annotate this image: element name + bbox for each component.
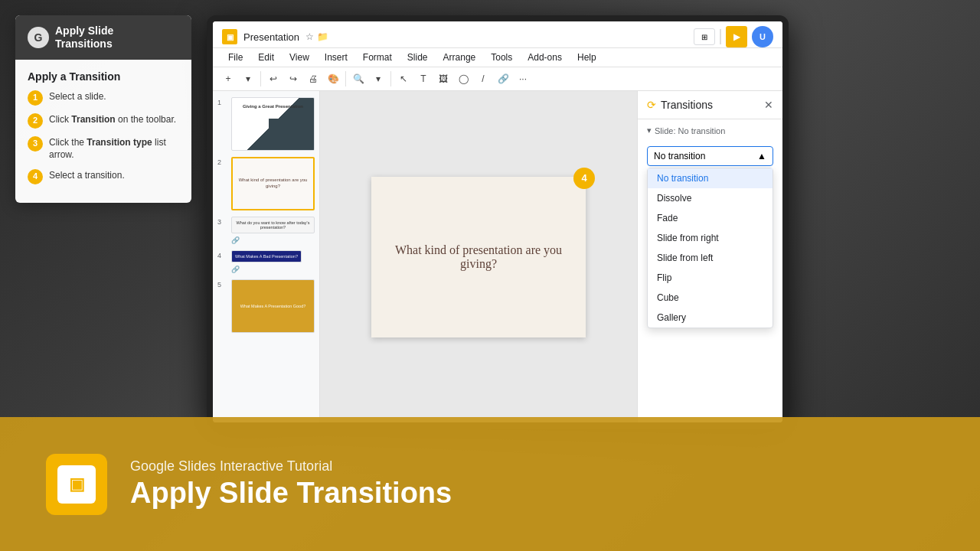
main-area: 1 Giving a Great Presentation 2 What kin… [213, 91, 782, 422]
slide-thumb-3[interactable]: 3 What do you want to know after today's… [217, 217, 315, 244]
slide-preview-5[interactable]: What Makes A Presentation Good? [231, 279, 315, 333]
menu-tools[interactable]: Tools [485, 50, 518, 65]
option-fade[interactable]: Fade [648, 208, 773, 228]
slide-5-content: What Makes A Presentation Good? [232, 280, 314, 332]
transitions-icon: ⟳ [647, 99, 656, 111]
menu-insert[interactable]: Insert [318, 50, 354, 65]
slide-thumb-5[interactable]: 5 What Makes A Presentation Good? [217, 279, 315, 333]
slide-num-4: 4 [217, 250, 227, 259]
tb-image[interactable]: 🖼 [434, 70, 452, 88]
main-slide: What kind of presentation are you giving… [371, 177, 586, 337]
option-flip[interactable]: Flip [648, 268, 773, 288]
menu-view[interactable]: View [283, 50, 315, 65]
tb-zoom-arrow[interactable]: ▾ [369, 70, 387, 88]
slide-2-content: What kind of presentation are you giving… [233, 158, 313, 209]
step-text-1: Select a slide. [49, 90, 106, 103]
monitor: ▣ Presentation ☆ 📁 ⊞ ▶ U File Edit View … [207, 15, 789, 429]
layout-btn[interactable]: ⊞ [694, 28, 715, 45]
instruction-panel: G Apply SlideTransitions Apply a Transit… [15, 15, 191, 203]
step-2: 2 Click Transition on the toolbar. [28, 113, 179, 129]
tb-more[interactable]: ··· [514, 70, 532, 88]
close-transitions-btn[interactable]: ✕ [764, 99, 773, 111]
tb-zoom[interactable]: 🔍 [349, 70, 368, 88]
slide-thumb-1[interactable]: 1 Giving a Great Presentation [217, 97, 315, 151]
banner-icon-inner: ▣ [57, 465, 96, 504]
title-actions: ⊞ ▶ U [694, 26, 773, 47]
option-no-transition[interactable]: No transition [648, 168, 773, 188]
transition-dropdown-menu: No transition Dissolve Fade Slide from r… [647, 168, 773, 328]
dropdown-current-value: No transition [654, 151, 705, 161]
option-slide-right[interactable]: Slide from right [648, 228, 773, 248]
logo-letter: G [34, 31, 43, 44]
tb-cursor[interactable]: ↖ [394, 70, 413, 88]
option-cube[interactable]: Cube [648, 288, 773, 308]
slide-thumb-4[interactable]: 4 What Makes A Bad Presentation? 🔗 [217, 250, 315, 273]
tb-shape[interactable]: ◯ [454, 70, 472, 88]
tb-textbox[interactable]: T [414, 70, 433, 88]
banner-subtitle: Google Slides Interactive Tutorial [130, 458, 452, 474]
present-icon: ▶ [733, 31, 740, 42]
canvas-area: What kind of presentation are you giving… [320, 91, 637, 422]
bottom-banner: ▣ Google Slides Interactive Tutorial App… [0, 417, 980, 551]
option-gallery[interactable]: Gallery [648, 308, 773, 328]
slide-preview-1[interactable]: Giving a Great Presentation [231, 97, 315, 151]
slide-1-content: Giving a Great Presentation [232, 98, 314, 150]
option-slide-left[interactable]: Slide from left [648, 248, 773, 268]
link-icon-4: 🔗 [231, 266, 302, 273]
tb-add[interactable]: + [219, 70, 237, 88]
step4-badge: 4 [573, 168, 595, 189]
slides-app-logo: ▣ [222, 29, 237, 44]
star-icon[interactable]: ☆ [305, 31, 314, 42]
slide-preview-2[interactable]: What kind of presentation are you giving… [231, 157, 315, 210]
transitions-header: ⟳ Transitions ✕ [638, 91, 782, 119]
transitions-title: ⟳ Transitions [647, 99, 713, 111]
menu-arrange[interactable]: Arrange [437, 50, 482, 65]
user-avatar[interactable]: U [752, 26, 773, 47]
dropdown-arrow-icon: ▲ [757, 151, 766, 161]
slides-symbol: ▣ [69, 474, 85, 494]
slide-num-3: 3 [217, 217, 227, 226]
step-text-3: Click the Transition type list arrow. [49, 136, 179, 162]
tb-paint[interactable]: 🎨 [324, 70, 342, 88]
menu-file[interactable]: File [222, 50, 249, 65]
slide-num-5: 5 [217, 279, 227, 289]
transition-dropdown[interactable]: No transition ▲ [647, 146, 773, 166]
menu-addons[interactable]: Add-ons [521, 50, 568, 65]
tb-add-arrow[interactable]: ▾ [239, 70, 257, 88]
step-badge-1: 1 [28, 90, 43, 106]
instruction-panel-title: Apply SlideTransitions [55, 24, 113, 51]
tb-print[interactable]: 🖨 [304, 70, 322, 88]
slide-info: ▾ Slide: No transition [638, 119, 782, 142]
step-badge-2: 2 [28, 113, 43, 129]
menu-slide[interactable]: Slide [401, 50, 434, 65]
slide-thumb-2[interactable]: 2 What kind of presentation are you givi… [217, 157, 315, 210]
option-dissolve[interactable]: Dissolve [648, 188, 773, 208]
slides-app: ▣ Presentation ☆ 📁 ⊞ ▶ U File Edit View … [213, 21, 782, 422]
instruction-header: G Apply SlideTransitions [15, 15, 191, 60]
chevron-icon: ▾ [647, 126, 652, 135]
menu-help[interactable]: Help [571, 50, 603, 65]
step-text-4: Select a transition. [49, 169, 125, 182]
tb-line[interactable]: / [474, 70, 492, 88]
menu-format[interactable]: Format [357, 50, 398, 65]
slide-preview-3[interactable]: What do you want to know after today's p… [231, 217, 315, 233]
step-3: 3 Click the Transition type list arrow. [28, 136, 179, 162]
transition-dropdown-container: No transition ▲ No transition Dissolve F… [638, 142, 782, 171]
tb-undo[interactable]: ↩ [264, 70, 283, 88]
slide-preview-4[interactable]: What Makes A Bad Presentation? [231, 250, 302, 262]
banner-content: ▣ Google Slides Interactive Tutorial App… [0, 417, 980, 551]
menu-bar: File Edit View Insert Format Slide Arran… [213, 48, 782, 67]
menu-edit[interactable]: Edit [252, 50, 280, 65]
slide-panel: 1 Giving a Great Presentation 2 What kin… [213, 91, 320, 422]
present-btn[interactable]: ▶ [726, 26, 747, 47]
folder-icon[interactable]: 📁 [317, 31, 328, 42]
slide-info-text: Slide: No transition [655, 126, 725, 135]
doc-title[interactable]: Presentation [243, 31, 299, 43]
gcfe-logo: G [28, 27, 49, 48]
tb-redo[interactable]: ↪ [284, 70, 302, 88]
step-1: 1 Select a slide. [28, 90, 179, 106]
banner-main-title: Apply Slide Transitions [130, 478, 452, 510]
title-icons: ☆ 📁 [305, 31, 328, 42]
slide-4-content: What Makes A Bad Presentation? [232, 251, 301, 262]
tb-link[interactable]: 🔗 [494, 70, 512, 88]
